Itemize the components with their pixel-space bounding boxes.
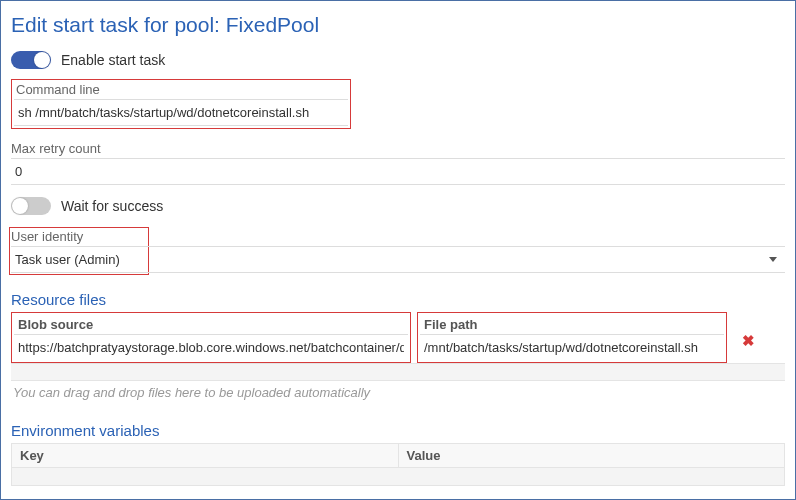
blob-source-highlight: Blob source — [11, 312, 411, 363]
blob-source-header: Blob source — [14, 315, 408, 334]
enable-start-task-toggle[interactable] — [11, 51, 51, 69]
max-retry-input[interactable] — [11, 158, 785, 185]
resource-drop-zone[interactable] — [11, 363, 785, 381]
env-vars-table: Key Value — [11, 443, 785, 468]
file-path-highlight: File path — [417, 312, 727, 363]
command-line-highlight: Command line — [11, 79, 351, 129]
resource-files-title: Resource files — [11, 291, 785, 308]
blob-source-input[interactable] — [14, 334, 408, 360]
max-retry-label: Max retry count — [11, 141, 785, 156]
wait-for-success-toggle[interactable] — [11, 197, 51, 215]
command-line-input[interactable] — [14, 99, 348, 126]
page-title: Edit start task for pool: FixedPool — [11, 13, 785, 37]
chevron-down-icon — [769, 257, 777, 262]
enable-start-task-label: Enable start task — [61, 52, 165, 68]
env-value-header: Value — [399, 444, 785, 467]
user-identity-label: User identity — [11, 229, 785, 244]
env-vars-empty-row[interactable] — [11, 468, 785, 486]
user-identity-value: Task user (Admin) — [15, 252, 120, 267]
resource-drop-hint-text: You can drag and drop files here to be u… — [11, 381, 785, 404]
file-path-header: File path — [420, 315, 724, 334]
wait-for-success-label: Wait for success — [61, 198, 163, 214]
command-line-label: Command line — [14, 82, 348, 97]
file-path-input[interactable] — [420, 334, 724, 360]
env-key-header: Key — [12, 444, 399, 467]
user-identity-select[interactable]: Task user (Admin) — [11, 246, 785, 273]
delete-resource-icon[interactable]: ✖ — [742, 332, 755, 350]
env-vars-title: Environment variables — [11, 422, 785, 439]
